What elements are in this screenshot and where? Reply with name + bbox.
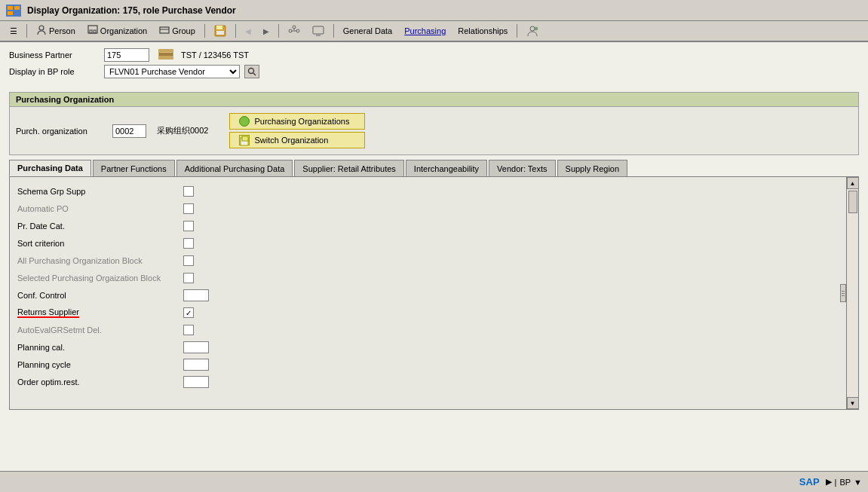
switch-organization-button[interactable]: Switch Organization <box>229 132 365 148</box>
pr-date-cat-label: Pr. Date Cat. <box>17 222 183 231</box>
forward-button[interactable]: ▶ <box>258 23 275 39</box>
tab-supplier-retail[interactable]: Supplier: Retail Attributes <box>294 160 404 176</box>
svg-rect-18 <box>313 26 324 34</box>
relationships-button[interactable]: Relationships <box>452 23 513 39</box>
sort-criterion-checkbox[interactable] <box>183 238 194 249</box>
status-right-controls: ▶ | BP ▼ <box>826 477 862 487</box>
planning-cycle-input[interactable] <box>183 359 209 371</box>
auto-eval-gr-checkbox[interactable] <box>183 325 194 335</box>
relationships-label: Relationships <box>458 26 508 35</box>
scroll-down-button[interactable]: ▼ <box>847 397 859 409</box>
menu-button[interactable]: ☰ <box>5 23 23 39</box>
display-icon <box>312 25 324 37</box>
tab-supply-region[interactable]: Supply Region <box>557 160 628 176</box>
bank-icon <box>158 49 173 61</box>
selected-purch-org-block-checkbox[interactable] <box>183 273 194 283</box>
back-button[interactable]: ◀ <box>240 23 256 39</box>
header-form: Business Partner TST / 123456 TST Displa… <box>0 42 868 87</box>
workflow-button[interactable] <box>283 23 305 39</box>
planning-cal-input[interactable] <box>183 341 209 353</box>
field-conf-control: Conf. Control <box>17 289 839 302</box>
back-arrow-icon: ◀ <box>245 27 251 35</box>
svg-point-15 <box>293 26 296 29</box>
all-purch-org-block-checkbox[interactable] <box>183 255 194 266</box>
svg-rect-2 <box>14 6 20 10</box>
svg-rect-3 <box>8 11 13 15</box>
bp-role-search-button[interactable] <box>244 65 259 78</box>
returns-supplier-checkbox[interactable]: ✓ <box>183 307 194 318</box>
svg-line-26 <box>253 73 256 75</box>
tab-additional-purchasing-data-label: Additional Purchasing Data <box>185 164 285 173</box>
group-icon <box>159 25 170 37</box>
returns-supplier-underlined: Returns Supplier <box>17 307 79 318</box>
order-optim-rest-input[interactable] <box>183 376 209 388</box>
auto-eval-gr-label: AutoEvalGRSetmt Del. <box>17 325 183 335</box>
business-partner-input[interactable] <box>104 48 149 62</box>
group-label: Group <box>172 26 195 35</box>
resize-handle[interactable] <box>840 284 846 302</box>
automatic-po-checkbox[interactable] <box>183 203 194 214</box>
purchasing-label: Purchasing <box>404 26 446 35</box>
user-settings-button[interactable] <box>521 23 544 39</box>
svg-point-4 <box>39 26 44 30</box>
planning-cycle-label: Planning cycle <box>17 360 183 369</box>
person-button[interactable]: Person <box>31 23 81 39</box>
app-icon <box>6 5 21 17</box>
pr-date-cat-checkbox[interactable] <box>183 221 194 231</box>
separator-5 <box>333 24 334 38</box>
general-data-button[interactable]: General Data <box>338 23 397 39</box>
scroll-up-button[interactable]: ▲ <box>847 177 859 189</box>
dropdown-icon[interactable]: ▼ <box>854 478 862 487</box>
sort-criterion-label: Sort criterion <box>17 239 183 248</box>
purch-org-label: Purch. organization <box>16 127 106 136</box>
separator-3 <box>235 24 236 38</box>
purch-org-name: 采购组织0002 <box>157 125 208 136</box>
purch-org-code-input[interactable] <box>112 124 146 138</box>
organization-button[interactable]: Organization <box>82 23 152 39</box>
scroll-thumb[interactable] <box>848 191 857 213</box>
field-order-optim-rest: Order optim.rest. <box>17 375 839 389</box>
tab-additional-purchasing-data[interactable]: Additional Purchasing Data <box>176 160 293 176</box>
tab-supplier-retail-label: Supplier: Retail Attributes <box>302 164 396 173</box>
svg-rect-11 <box>216 26 222 29</box>
window-title: Display Organization: 175, role Purchase… <box>27 5 236 16</box>
svg-point-14 <box>296 29 299 32</box>
vertical-scrollbar[interactable]: ▲ ▼ <box>846 177 858 409</box>
planning-cal-label: Planning cal. <box>17 343 183 352</box>
schema-grp-supp-checkbox[interactable] <box>183 186 194 197</box>
field-sort-criterion: Sort criterion <box>17 237 839 250</box>
display-bp-role-row: Display in BP role FLVN01 Purchase Vendo… <box>9 65 859 78</box>
purchasing-org-header: Purchasing Organization <box>10 93 858 107</box>
business-partner-text: TST / 123456 TST <box>181 50 249 60</box>
tab-partner-functions[interactable]: Partner Functions <box>93 160 175 176</box>
svg-rect-28 <box>242 136 248 141</box>
menu-icon: ☰ <box>10 26 17 36</box>
business-partner-row: Business Partner TST / 123456 TST <box>9 48 859 62</box>
returns-supplier-label: Returns Supplier <box>17 307 183 318</box>
field-schema-grp-supp: Schema Grp Supp <box>17 185 839 198</box>
tab-purchasing-data[interactable]: Purchasing Data <box>9 160 91 176</box>
conf-control-input[interactable] <box>183 289 209 301</box>
display-bp-role-label: Display in BP role <box>9 67 100 76</box>
svg-point-20 <box>530 26 535 31</box>
purchasing-org-body: Purch. organization 采购组织0002 Purchasing … <box>10 107 858 154</box>
tab-content-area: Schema Grp Supp Automatic PO Pr. Date Ca… <box>9 176 859 410</box>
field-returns-supplier: Returns Supplier ✓ <box>17 306 839 319</box>
display-button[interactable] <box>307 23 330 39</box>
conf-control-label: Conf. Control <box>17 291 183 300</box>
schema-grp-supp-label: Schema Grp Supp <box>17 187 183 196</box>
search-icon <box>247 67 256 76</box>
toolbar: ☰ Person Organization Group ◀ ▶ <box>0 21 868 42</box>
tab-interchangeability[interactable]: Interchangeability <box>406 160 487 176</box>
person-label: Person <box>49 26 75 35</box>
group-button[interactable]: Group <box>154 23 201 39</box>
tab-partner-functions-label: Partner Functions <box>101 164 167 173</box>
purchasing-organizations-button[interactable]: Purchasing Organizations <box>229 113 365 130</box>
save-button[interactable] <box>209 23 232 39</box>
display-bp-role-select[interactable]: FLVN01 Purchase Vendor <box>104 65 240 78</box>
field-automatic-po: Automatic PO <box>17 202 839 215</box>
tab-vendor-texts[interactable]: Vendor: Texts <box>489 160 555 176</box>
tabs: Purchasing Data Partner Functions Additi… <box>9 160 859 176</box>
purchasing-button[interactable]: Purchasing <box>399 23 451 39</box>
separator-4 <box>278 24 279 38</box>
